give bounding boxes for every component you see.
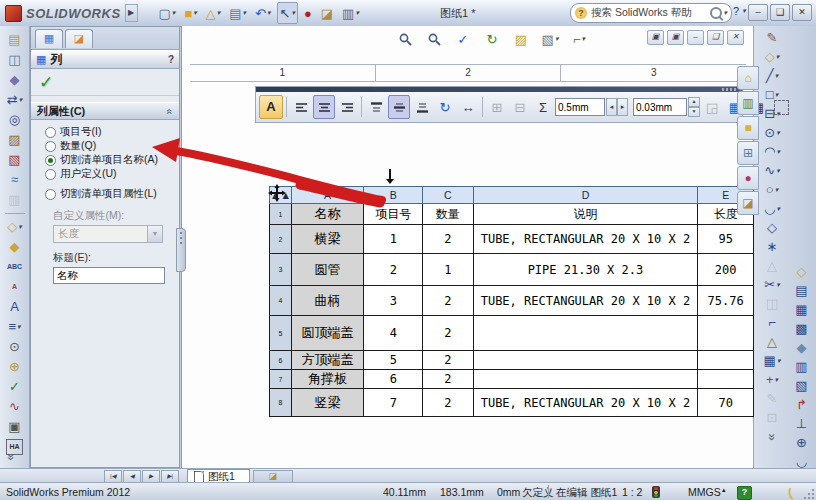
check-document-icon[interactable]: △ ▾ xyxy=(203,2,224,24)
verify-icon[interactable]: ✓ xyxy=(452,30,474,48)
radio-option[interactable]: 用户定义(U) xyxy=(45,167,179,181)
section-view-icon[interactable]: ⌐ ▾ xyxy=(568,30,590,48)
arc-icon[interactable]: ◠ ▾ xyxy=(760,142,784,161)
border-thickness-spinner[interactable]: ◂▸ xyxy=(606,98,628,116)
table-cell[interactable]: TUBE, RECTANGULAR 20 X 10 X 2 xyxy=(473,389,698,417)
column-title-input[interactable] xyxy=(53,267,165,284)
revision-table-icon[interactable]: ▩ xyxy=(790,319,814,338)
weldment-cutlist-icon[interactable]: ◆ xyxy=(790,338,814,357)
child-restore-icon[interactable]: ❑ xyxy=(707,30,724,45)
table-cell[interactable]: 2 xyxy=(364,254,423,286)
leader-icon[interactable]: ↱ xyxy=(790,395,814,414)
general-table-icon[interactable]: ▥ xyxy=(790,357,814,376)
radio-circle[interactable] xyxy=(45,155,56,166)
toolbar-drag-handle[interactable] xyxy=(256,87,742,92)
weld-icon[interactable]: ⊕ xyxy=(790,433,814,452)
weld-symbol-icon[interactable]: ▧ xyxy=(3,150,27,170)
table-cell[interactable]: 5 xyxy=(364,351,423,370)
table-cell[interactable]: TUBE, RECTANGULAR 20 X 10 X 2 xyxy=(473,225,698,254)
table-cell[interactable]: 数量 xyxy=(423,204,474,225)
title-block-icon[interactable]: ▧ xyxy=(790,376,814,395)
sketch-picture-icon[interactable]: ✎ xyxy=(760,389,784,408)
maximize-button[interactable]: ❑ xyxy=(770,4,790,21)
magnetic-line-icon[interactable]: ◎ xyxy=(3,110,27,130)
select-icon[interactable]: ↖ ▾ xyxy=(277,2,298,24)
table-cell[interactable] xyxy=(698,370,754,389)
trim-icon[interactable]: ✂ ▾ xyxy=(760,275,784,294)
table-cell[interactable] xyxy=(473,316,698,351)
format-painter-icon[interactable]: A xyxy=(3,277,27,297)
toolbar-more-chevron-icon[interactable]: » xyxy=(8,450,15,464)
table-cell[interactable]: 横梁 xyxy=(291,225,364,254)
dimension-icon[interactable]: ◆ xyxy=(3,237,27,257)
sheet-tab-active[interactable]: 图纸1 xyxy=(187,469,250,483)
ellipse-icon[interactable]: ○ ▾ xyxy=(760,180,784,199)
table-cell[interactable]: 圆顶端盖 xyxy=(291,316,364,351)
table-cell[interactable]: 2 xyxy=(423,316,474,351)
mirror-icon[interactable]: △ xyxy=(760,256,784,275)
more-tools-chevron-icon[interactable]: » xyxy=(760,427,784,446)
radio-circle[interactable] xyxy=(45,189,56,200)
table-move-handle-icon[interactable] xyxy=(268,184,286,202)
hole-callout-icon[interactable]: ≈ xyxy=(3,170,27,190)
publish-icon[interactable]: ◪ xyxy=(318,2,336,24)
magnifier-help-icon[interactable]: ⊕ xyxy=(3,357,27,377)
auto-balloon-icon[interactable]: ⇄ ▾ xyxy=(3,90,27,110)
radio-circle[interactable] xyxy=(45,127,56,138)
border-thickness-input[interactable] xyxy=(555,98,605,116)
table-cell[interactable] xyxy=(698,351,754,370)
zoom-fit-icon[interactable] xyxy=(394,30,416,48)
help-icon[interactable]: ? xyxy=(733,5,739,17)
print-icon[interactable]: ▤ ▾ xyxy=(226,2,249,24)
polygon-icon[interactable]: ◇ xyxy=(760,218,784,237)
last-sheet-icon[interactable]: ▶| xyxy=(161,470,179,483)
apply-scene-icon[interactable]: ▨ xyxy=(510,30,532,48)
view-3d-icon[interactable]: ▣ xyxy=(3,417,27,437)
radio-option[interactable]: 项目号(I) xyxy=(45,125,179,139)
sum-icon[interactable]: Σ xyxy=(532,95,554,119)
sketch-icon[interactable]: ✎ xyxy=(760,28,784,47)
convert-entities-icon[interactable]: ◫ xyxy=(760,294,784,313)
table-cell[interactable]: 4 xyxy=(364,316,423,351)
close-button[interactable]: ✕ xyxy=(792,4,812,21)
table-cell[interactable]: 3 xyxy=(364,286,423,316)
balloon-icon[interactable]: ◫ xyxy=(3,50,27,70)
table-cell[interactable]: 角撑板 xyxy=(291,370,364,389)
pane-right-icon[interactable]: ▣ xyxy=(667,30,684,45)
taskpane-custom-properties-icon[interactable]: ◪ xyxy=(737,191,759,215)
table-cell[interactable]: TUBE, RECTANGULAR 20 X 10 X 2 xyxy=(473,286,698,316)
taskpane-home-icon[interactable]: ⌂ xyxy=(737,66,759,90)
column-header-B[interactable]: B xyxy=(364,187,423,204)
note-icon[interactable]: ▤ xyxy=(3,30,27,50)
spline-icon[interactable]: ∿ ▾ xyxy=(760,161,784,180)
linear-pattern-icon[interactable]: ▦ ▾ xyxy=(760,351,784,370)
new-document-icon[interactable]: ▢ ▾ xyxy=(156,2,179,24)
row-header-1[interactable]: 1 xyxy=(270,204,292,225)
next-sheet-icon[interactable]: ▶ xyxy=(142,470,160,483)
smart-dimension-icon[interactable]: ◇ ▾ xyxy=(3,217,27,237)
child-minimize-icon[interactable]: – xyxy=(687,30,704,45)
menu-flyout-arrow[interactable]: ▶ xyxy=(125,4,138,22)
point-icon[interactable]: ∗ xyxy=(760,237,784,256)
surface-finish-icon[interactable]: ▨ xyxy=(3,130,27,150)
radio-option[interactable]: 数量(Q) xyxy=(45,139,179,153)
column-properties-group-header[interactable]: 列属性(C) « xyxy=(31,102,179,120)
alert-icon[interactable]: △ xyxy=(760,332,784,351)
taskpane-view-palette-icon[interactable]: ⊞ xyxy=(737,141,759,165)
table-cell[interactable]: 曲柄 xyxy=(291,286,364,316)
table-cell[interactable]: PIPE 21.30 X 2.3 xyxy=(473,254,698,286)
chevron-down-icon[interactable]: ▼ xyxy=(147,226,162,242)
quick-tips-icon[interactable]: ? xyxy=(737,486,752,500)
row-header-7[interactable]: 7 xyxy=(270,370,292,389)
geometric-tolerance-icon[interactable]: ▥ xyxy=(3,190,27,210)
fillet-icon[interactable]: ◡ ▾ xyxy=(760,199,784,218)
minimize-button[interactable]: – xyxy=(748,4,768,21)
row-header-5[interactable]: 5 xyxy=(270,316,292,351)
table-cell[interactable]: 1 xyxy=(364,225,423,254)
paste-icon[interactable]: ◲ xyxy=(701,95,723,119)
datum-icon[interactable]: ⊥ xyxy=(790,414,814,433)
table-cell[interactable]: 6 xyxy=(364,370,423,389)
column-header-D[interactable]: D xyxy=(473,187,698,204)
bom-table-icon[interactable]: ▦ xyxy=(790,300,814,319)
table-cell[interactable]: 名称 xyxy=(291,204,364,225)
